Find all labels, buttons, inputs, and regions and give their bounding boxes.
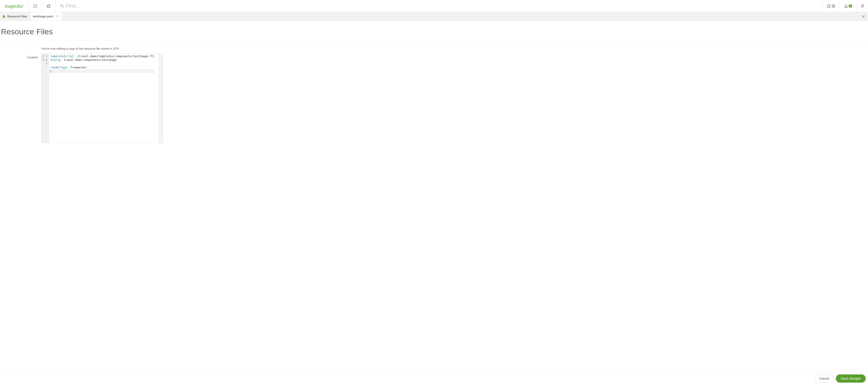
- notifications-button[interactable]: 1: [839, 0, 857, 12]
- close-icon: [56, 15, 59, 18]
- search-input[interactable]: [66, 3, 822, 9]
- save-button[interactable]: Save changes: [836, 374, 866, 383]
- svg-point-8: [36, 7, 37, 7]
- tasks-icon: [827, 4, 831, 8]
- tab-label: Resource Files: [7, 14, 27, 18]
- search-container: [55, 0, 822, 12]
- action-footer: Cancel Save changes: [0, 373, 868, 384]
- tasks-button[interactable]: 0: [822, 0, 839, 12]
- cancel-button[interactable]: Cancel: [814, 374, 834, 383]
- svg-line-11: [63, 6, 64, 7]
- favorites-button[interactable]: [42, 0, 55, 12]
- bell-icon: [844, 4, 848, 8]
- registered-mark: ®: [23, 4, 24, 6]
- vertical-scrollbar[interactable]: [159, 54, 162, 143]
- grid-icon: [33, 4, 37, 8]
- editor-column: You're now editing a copy of the resourc…: [41, 47, 163, 373]
- svg-point-15: [862, 4, 863, 6]
- tab-resource-files[interactable]: Resource Files: [0, 12, 31, 21]
- code-content[interactable]: templateScript: /travel-demo/templates/c…: [49, 54, 159, 143]
- editor-section: Content You're now editing a copy of the…: [0, 40, 868, 373]
- code-editor[interactable]: 1 2 3 4 5 templateScript: /travel-demo/t…: [41, 54, 163, 143]
- svg-marker-9: [47, 4, 51, 8]
- star-icon: [46, 4, 51, 8]
- content-field-label: Content: [0, 47, 41, 373]
- page-title: Resource Files: [0, 21, 868, 40]
- tab-label: textImage.yaml: [33, 14, 53, 18]
- svg-point-2: [36, 4, 37, 5]
- svg-point-7: [35, 7, 35, 7]
- svg-point-6: [33, 7, 34, 7]
- tab-bar: Resource Files textImage.yaml: [0, 12, 868, 21]
- close-icon: [862, 14, 865, 18]
- brand-name: magnolia: [5, 3, 23, 9]
- user-icon: [860, 4, 865, 8]
- svg-point-1: [35, 4, 35, 5]
- user-menu-button[interactable]: [857, 0, 868, 12]
- tasks-badge: 0: [832, 4, 835, 8]
- app-launcher-button[interactable]: [28, 0, 42, 12]
- svg-point-10: [61, 4, 63, 7]
- close-app-button[interactable]: [862, 12, 865, 21]
- svg-point-4: [35, 5, 35, 6]
- notifications-badge: 1: [848, 4, 852, 8]
- tab-textimage-yaml[interactable]: textImage.yaml: [31, 12, 62, 21]
- search-icon: [60, 4, 64, 8]
- app-header: magnolia® 0 1: [0, 0, 868, 12]
- line-number-gutter: 1 2 3 4 5: [41, 54, 49, 143]
- editor-info-text: You're now editing a copy of the resourc…: [41, 47, 163, 50]
- file-icon: [2, 15, 5, 18]
- main-content: Resource Files Content You're now editin…: [0, 21, 868, 373]
- tab-close-button[interactable]: [56, 14, 59, 18]
- brand-logo[interactable]: magnolia®: [0, 0, 28, 12]
- svg-point-3: [33, 5, 34, 6]
- svg-point-5: [36, 5, 37, 6]
- svg-point-0: [33, 4, 34, 5]
